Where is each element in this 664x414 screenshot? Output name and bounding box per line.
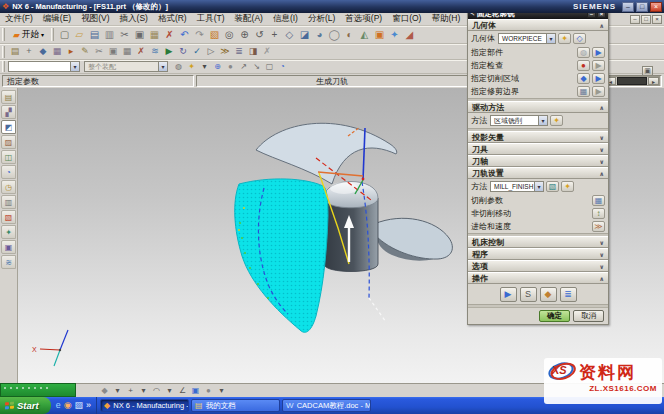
snap-angle-icon[interactable]: ∠: [176, 385, 189, 397]
shaded-view-icon[interactable]: ◪: [297, 28, 312, 42]
section-program[interactable]: 程序 ∨: [468, 248, 608, 260]
shaded-edges-icon[interactable]: ◕: [312, 28, 327, 42]
title-bar[interactable]: ❖ NX 6 - Manufacturing - [FS11.prt （修改的）…: [0, 0, 664, 13]
globe-icon[interactable]: ◔: [276, 61, 289, 73]
snap-arc-icon[interactable]: ◠: [150, 385, 163, 397]
ie-quicklaunch-icon[interactable]: e: [56, 401, 61, 410]
redo-icon[interactable]: ↷: [192, 28, 207, 42]
copy-operation-icon[interactable]: ▣: [106, 45, 120, 58]
rotate-view-icon[interactable]: ↺: [252, 28, 267, 42]
filter-caret-icon[interactable]: ▾: [198, 61, 211, 73]
snap-caret4-icon[interactable]: ▾: [215, 385, 228, 397]
menu-item[interactable]: 装配(A): [230, 13, 268, 23]
chevron-down-icon[interactable]: ▾: [546, 34, 555, 43]
new-geometry-button[interactable]: ◇: [573, 33, 586, 44]
edit-operation-icon[interactable]: ✎: [78, 45, 92, 58]
minimize-button[interactable]: –: [622, 2, 634, 12]
ok-button[interactable]: 确定: [539, 310, 570, 322]
menu-item[interactable]: 分析(L): [303, 13, 340, 23]
delete-icon[interactable]: ✗: [162, 28, 177, 42]
open-settings-button[interactable]: ↕: [592, 208, 605, 219]
save-icon[interactable]: ▤: [87, 28, 102, 42]
menu-item[interactable]: 信息(I): [268, 13, 303, 23]
crosshair-icon[interactable]: ⊕: [211, 61, 224, 73]
shop-doc-icon[interactable]: ≣: [232, 45, 246, 58]
part-navigator-tab[interactable]: ▨: [1, 135, 16, 149]
wcs-triad[interactable]: X: [32, 330, 68, 366]
menu-item[interactable]: 视图(V): [76, 13, 114, 23]
specify-display-button[interactable]: ▦: [577, 86, 590, 97]
menu-item[interactable]: 格式(R): [153, 13, 192, 23]
menu-item[interactable]: 首选项(P): [340, 13, 387, 23]
new-file-icon[interactable]: ▢: [57, 28, 72, 42]
menu-item[interactable]: 编辑(E): [38, 13, 76, 23]
chevron-down-icon[interactable]: ▾: [158, 62, 167, 71]
operation-navigator-tab[interactable]: ◩: [1, 120, 16, 134]
verify-toolpath-icon[interactable]: ✓: [190, 45, 204, 58]
chevron-down-icon[interactable]: ▾: [538, 116, 547, 125]
menu-item[interactable]: 工具(T): [192, 13, 230, 23]
close-toolbar-icon[interactable]: ✗: [260, 45, 274, 58]
window-display-icon[interactable]: ▣: [372, 28, 387, 42]
machine-sim-icon[interactable]: ◨: [246, 45, 260, 58]
create-method-icon[interactable]: ▦: [50, 45, 64, 58]
snap-caret3-icon[interactable]: ▾: [163, 385, 176, 397]
system-scenes-tab[interactable]: ▣: [1, 240, 16, 254]
cut-icon[interactable]: ✂: [117, 28, 132, 42]
path-method-combo[interactable]: MILL_FINISH ▾: [490, 181, 544, 192]
chevron-down-icon[interactable]: ▾: [534, 182, 543, 191]
process-studio-tab[interactable]: ▥: [1, 195, 16, 209]
perspective-icon[interactable]: ◇: [282, 28, 297, 42]
generate-toolpath-button[interactable]: ▶: [500, 287, 517, 302]
toolbar-grip[interactable]: [2, 61, 5, 71]
inherit-method-button[interactable]: ▧: [546, 181, 559, 192]
section-options[interactable]: 选项 ∨: [468, 260, 608, 272]
edit-method-button[interactable]: ✦: [561, 181, 574, 192]
geometry-combo[interactable]: WORKPIECE ▾: [498, 33, 556, 44]
section-machine-control[interactable]: 机床控制 ∨: [468, 236, 608, 248]
drive-method-combo[interactable]: 区域铣削 ▾: [490, 115, 548, 126]
studio-render-icon[interactable]: ◐: [342, 28, 357, 42]
menu-item[interactable]: 文件(F): [0, 13, 38, 23]
section-geometry[interactable]: 几何体 ∧: [468, 19, 608, 31]
menu-item[interactable]: 窗口(O): [387, 13, 426, 23]
rect-select-icon[interactable]: ▢: [263, 61, 276, 73]
pan-icon[interactable]: +: [267, 28, 282, 42]
snap-caret-icon[interactable]: ▾: [111, 385, 124, 397]
reuse-library-tab[interactable]: ◫: [1, 150, 16, 164]
sphere-filter-icon[interactable]: ●: [224, 61, 237, 73]
taskbar-task-word[interactable]: W CADCAM教程.doc - M...: [282, 399, 371, 412]
section-actions[interactable]: 操作 ∧: [468, 272, 608, 284]
scroll-right-icon[interactable]: ▸: [648, 77, 659, 85]
star-filter-icon[interactable]: ✦: [185, 61, 198, 73]
specify-select-button[interactable]: ▶: [592, 60, 605, 71]
replay-toolpath-icon[interactable]: ↻: [176, 45, 190, 58]
section-tool[interactable]: 刀具 ∨: [468, 143, 608, 155]
screenshot-icon[interactable]: ▧: [207, 28, 222, 42]
snap-caret2-icon[interactable]: ▾: [137, 385, 150, 397]
print-icon[interactable]: ▥: [102, 28, 117, 42]
history-tab[interactable]: ◷: [1, 180, 16, 194]
snap-highlight-icon[interactable]: ◍: [172, 61, 185, 73]
edit-drive-method-button[interactable]: ✦: [550, 115, 563, 126]
clip-section-icon[interactable]: ◢: [402, 28, 417, 42]
touch-mode-tab[interactable]: ≋: [1, 255, 16, 269]
specify-display-button[interactable]: ◍: [577, 47, 590, 58]
toolbar-grip[interactable]: [51, 28, 54, 42]
wireframe-icon[interactable]: ◯: [327, 28, 342, 42]
list-toolpath-button[interactable]: ≣: [560, 287, 577, 302]
section-tool-axis[interactable]: 刀轴 ∨: [468, 155, 608, 167]
arrow-se-icon[interactable]: ↘: [250, 61, 263, 73]
manufacturing-wizard-tab[interactable]: ▧: [1, 210, 16, 224]
copy-icon[interactable]: ▣: [132, 28, 147, 42]
snap-center-icon[interactable]: ▣: [189, 385, 202, 397]
dock-restore-icon[interactable]: ▣: [642, 66, 653, 76]
constraint-navigator-tab[interactable]: ▞: [1, 105, 16, 119]
create-program-icon[interactable]: ▤: [8, 45, 22, 58]
snap-point-icon[interactable]: +: [124, 385, 137, 397]
specify-display-button[interactable]: ◆: [577, 73, 590, 84]
section-path-settings[interactable]: 刀轨设置 ∧: [468, 167, 608, 179]
close-button[interactable]: ×: [650, 2, 662, 12]
open-settings-button[interactable]: ≫: [592, 221, 605, 232]
desktop-quicklaunch-icon[interactable]: ▨: [75, 401, 84, 410]
